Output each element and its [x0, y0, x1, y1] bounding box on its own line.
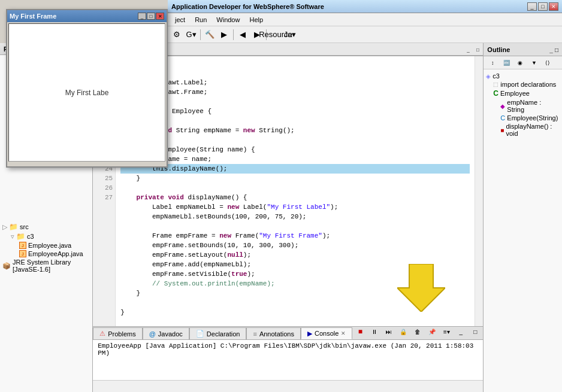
frame-minimize-button[interactable]: _: [138, 13, 146, 20]
code-content[interactable]: package c3; import java.awt.Label; impor…: [116, 56, 475, 326]
editor-minimize-btn[interactable]: _: [464, 45, 472, 54]
code-line-23: empFrame.setVisible(true);: [120, 269, 470, 279]
code-line-16: Label empNameLbl = new Label("My First L…: [120, 202, 470, 212]
perspective-java[interactable]: Ja▾: [283, 28, 297, 41]
tab-close-console[interactable]: ✕: [341, 330, 346, 336]
class-icon: C: [493, 89, 498, 98]
menu-window[interactable]: Window: [211, 15, 244, 25]
console-lock-btn[interactable]: 🔒: [397, 325, 410, 338]
tab-problems[interactable]: ⚠ Problems: [93, 327, 142, 339]
problems-icon: ⚠: [99, 330, 105, 338]
src-folder-icon: 📁: [9, 223, 18, 231]
bottom-panel-controls: ■ ⏸ ⏭ 🔒 🗑 📌 ≡▾ _ □: [352, 324, 483, 339]
ln-26: 26: [95, 183, 113, 193]
code-line-21: empFrame.setLayout(null);: [120, 250, 470, 260]
outline-minimize-btn[interactable]: _: [549, 47, 553, 53]
console-output: EmployeeApp [Java Application] C:\Progra…: [98, 342, 478, 357]
tree-item-src[interactable]: ▷ 📁 src: [2, 222, 90, 232]
tab-console[interactable]: ▶ Console ✕: [301, 327, 352, 339]
toolbar-sep-1: [200, 29, 201, 40]
code-line-25: }: [120, 288, 470, 298]
outline-item-imports[interactable]: ⬚ import declarations: [486, 80, 560, 89]
outline-empname-label: empName : String: [507, 99, 560, 113]
jar-icon: 📦: [2, 262, 11, 270]
tree-item-employeeapp-java[interactable]: J EmployeeApp.java: [2, 250, 90, 258]
code-line-5: [120, 97, 470, 107]
outline-tool-3[interactable]: ◉: [513, 56, 527, 69]
code-line-27: }: [120, 308, 470, 317]
outline-item-displayname[interactable]: ■ displayName() : void: [486, 122, 560, 138]
menu-project[interactable]: ject: [170, 15, 190, 25]
outline-c3-label: c3: [492, 72, 500, 80]
console-btn-3[interactable]: ⏭: [382, 325, 395, 338]
minimize-button[interactable]: _: [527, 2, 537, 11]
javadoc-label: Javadoc: [158, 330, 183, 338]
editor-maximize-btn[interactable]: □: [473, 45, 482, 54]
tab-annotations[interactable]: ≡ Annotations: [246, 327, 301, 339]
method-priv-icon: ■: [500, 127, 504, 133]
console-maximize-btn[interactable]: □: [469, 325, 482, 338]
code-line-6: public class Employee {: [120, 107, 470, 116]
main-toolbar: ⚙ G▾ 🔨 ▶ ◀ ▶ Resource Ja▾: [168, 26, 562, 43]
code-line-17: empNameLbl.setBounds(100, 200, 75, 20);: [120, 212, 470, 221]
outline-employee-label: Employee: [500, 90, 530, 97]
folder-expand-icon-c3: ▿: [11, 233, 14, 241]
right-panel: Outline _ □ ↕ 🔤 ◉ ▼ ⟨⟩ ◈ c3 ⬚ import dec…: [483, 43, 562, 392]
console-minimize-btn[interactable]: _: [454, 325, 467, 338]
perspective-resource[interactable]: Resource: [269, 28, 282, 41]
console-settings-btn[interactable]: ≡▾: [440, 325, 453, 338]
console-scrollbar-area[interactable]: [93, 380, 483, 392]
outline-displayname-label: displayName() : void: [506, 123, 560, 137]
frame-close-button[interactable]: ✕: [156, 13, 164, 20]
toolbar-btn-3[interactable]: 🔨: [203, 28, 216, 41]
code-line-9: [120, 135, 470, 145]
outline-item-employee-class[interactable]: C Employee: [486, 89, 560, 98]
frame-maximize-button[interactable]: □: [147, 13, 155, 20]
toolbar-btn-2[interactable]: G▾: [185, 28, 198, 41]
console-pin-btn[interactable]: 📌: [425, 325, 439, 338]
menu-help[interactable]: Help: [244, 15, 268, 25]
code-line-24: // System.out.println(empName);: [120, 279, 470, 288]
console-icon: ▶: [307, 330, 312, 338]
outline-item-constructor[interactable]: C Employee(String): [486, 114, 560, 122]
restore-button[interactable]: □: [538, 2, 548, 11]
code-line-12: this.displayName();: [120, 164, 470, 174]
outline-tool-4[interactable]: ▼: [527, 56, 540, 69]
toolbar-btn-5[interactable]: ◀: [236, 28, 249, 41]
tree-item-jre[interactable]: 📦 JRE System Library [JavaSE-1.6]: [2, 258, 90, 274]
bottom-panel: ⚠ Problems @ Javadoc 📄 Declaration ≡ Ann…: [93, 326, 483, 392]
console-btn-2[interactable]: ⏸: [368, 325, 381, 338]
code-line-14: [120, 183, 470, 193]
outline-item-empname[interactable]: ◆ empName : String: [486, 98, 560, 114]
toolbar-btn-4[interactable]: ▶: [217, 28, 231, 41]
outline-tool-5[interactable]: ⟨⟩: [541, 56, 554, 69]
outline-item-c3[interactable]: ◈ c3: [486, 72, 560, 80]
code-line-19: Frame empFrame = new Frame("My First Fra…: [120, 231, 470, 241]
ln-25: 25: [95, 174, 113, 183]
editor-scrollbar[interactable]: [475, 56, 483, 326]
editor-view-buttons: _ □: [463, 44, 483, 56]
tab-spacer: [167, 55, 463, 56]
main-title-bar: Application Developer for WebSphere® Sof…: [168, 0, 562, 13]
app-title: Application Developer for WebSphere® Sof…: [171, 3, 526, 10]
jre-label: JRE System Library [JavaSE-1.6]: [13, 259, 90, 273]
folder-expand-icon: ▷: [2, 223, 7, 231]
console-stop-btn[interactable]: ■: [353, 325, 367, 338]
frame-title-buttons: _ □ ✕: [138, 13, 164, 20]
console-clear-btn[interactable]: 🗑: [411, 325, 424, 338]
outline-maximize-btn[interactable]: □: [555, 47, 558, 53]
tree-item-employee-java[interactable]: J Employee.java: [2, 241, 90, 250]
frame-label-text: My First Labe: [65, 89, 109, 97]
constructor-icon: C: [500, 114, 505, 121]
c3-folder-icon: 📁: [16, 232, 25, 241]
annotations-label: Annotations: [259, 330, 294, 338]
toolbar-btn-1[interactable]: ⚙: [170, 28, 183, 41]
menu-run[interactable]: Run: [190, 15, 211, 25]
tab-javadoc[interactable]: @ Javadoc: [143, 327, 189, 339]
outline-tool-2[interactable]: 🔤: [500, 56, 513, 69]
tab-declaration[interactable]: 📄 Declaration: [189, 327, 247, 339]
close-button[interactable]: ✕: [549, 2, 558, 11]
awt-frame-window[interactable]: My First Frame _ □ ✕ My First Labe: [6, 9, 168, 168]
tree-item-c3[interactable]: ▿ 📁 c3: [2, 232, 90, 241]
outline-tool-1[interactable]: ↕: [486, 56, 499, 69]
